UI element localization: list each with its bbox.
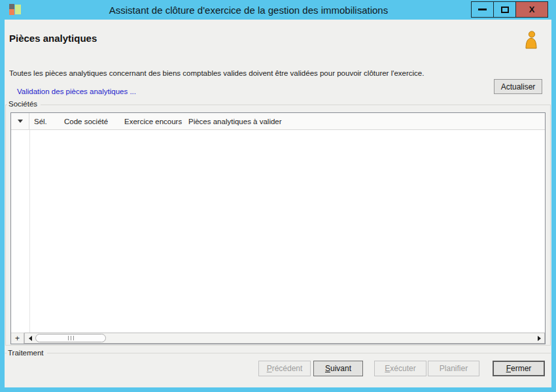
societes-table: Sél.Code sociétéExercice encoursPièces a… [10,112,546,344]
horizontal-scrollbar[interactable] [24,333,545,344]
table-bottom-bar: + [11,333,545,344]
scroll-right-icon [538,336,541,341]
column-header-pieces-analytiques-a-valider[interactable]: Pièces analytiques à valider [184,113,545,129]
scrollbar-track[interactable] [106,333,534,343]
scroll-left-button[interactable] [25,333,35,343]
traitement-group-label: Traitement [7,349,47,357]
dropdown-arrow-icon [18,120,23,123]
precedent-button[interactable]: Précédent [258,361,311,376]
planifier-button[interactable]: Planifier [428,361,479,376]
titlebar[interactable]: Assistant de clôture d'exercice de la ge… [0,0,556,20]
close-button[interactable]: X [515,1,548,18]
scrollbar-thumb[interactable] [35,334,106,342]
suivant-button[interactable]: Suivant [313,361,363,376]
scroll-right-button[interactable] [534,333,544,343]
scroll-left-icon [29,336,32,341]
maximize-icon [501,7,509,13]
page-title: Pièces analytiques [9,33,97,44]
column-header-code-societe[interactable]: Code société [60,113,120,129]
executer-button[interactable]: Exécuter [374,361,426,376]
person-icon [523,30,540,52]
instruction-text: Toutes les pièces analytiques concernant… [9,69,424,77]
minimize-icon [478,8,487,10]
fermer-button[interactable]: Fermer [493,361,545,376]
traitement-groupbox: Traitement [5,348,551,357]
wizard-footer: PrécédentSuivantExécuterPlanifierFermer [258,361,545,376]
column-header-exercice-encours[interactable]: Exercice encours [120,113,184,129]
maximize-button[interactable] [493,1,516,18]
wizard-window: Assistant de clôture d'exercice de la ge… [0,0,556,392]
table-body[interactable] [11,130,545,333]
close-icon: X [529,5,535,14]
window-title: Assistant de clôture d'exercice de la ge… [39,0,458,20]
refresh-button[interactable]: Actualiser [494,79,542,94]
select-all-header[interactable] [11,113,29,129]
validation-link[interactable]: Validation des pièces analytiques ... [17,88,136,95]
app-icon[interactable] [9,4,21,15]
societes-groupbox: Sociétés Sél.Code sociétéExercice encour… [5,105,551,346]
societes-group-label: Sociétés [7,100,41,108]
add-row-button[interactable]: + [11,333,24,344]
minimize-button[interactable] [471,1,494,18]
column-header-sel[interactable]: Sél. [29,113,60,129]
table-header-row: Sél.Code sociétéExercice encoursPièces a… [11,113,545,130]
window-controls: X [472,1,548,18]
wizard-content: Pièces analytiques Toutes les pièces ana… [5,20,551,387]
